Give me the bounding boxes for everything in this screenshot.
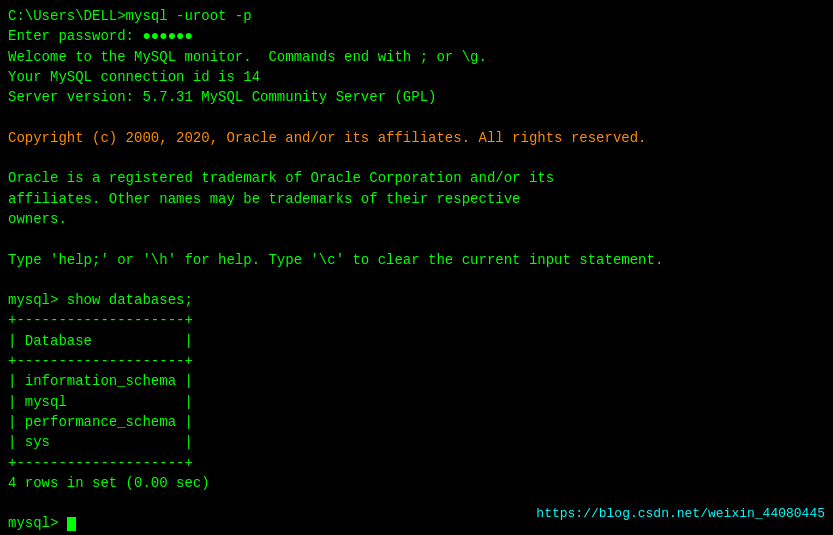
password-stars: ●●●●●● bbox=[142, 28, 192, 44]
version-line: Server version: 5.7.31 MySQL Community S… bbox=[8, 87, 825, 107]
table-top: +--------------------+ bbox=[8, 310, 825, 330]
cmd-line: C:\Users\DELL>mysql -uroot -p bbox=[8, 6, 825, 26]
table-row3: | performance_schema | bbox=[8, 412, 825, 432]
blank3 bbox=[8, 229, 825, 249]
oracle-line1: Oracle is a registered trademark of Orac… bbox=[8, 168, 825, 188]
show-cmd: mysql> show databases; bbox=[8, 290, 825, 310]
table-row2: | mysql | bbox=[8, 392, 825, 412]
watermark: https://blog.csdn.net/weixin_44080445 bbox=[536, 506, 825, 521]
table-row1: | information_schema | bbox=[8, 371, 825, 391]
blank2 bbox=[8, 148, 825, 168]
rows-line: 4 rows in set (0.00 sec) bbox=[8, 473, 825, 493]
oracle-line3: owners. bbox=[8, 209, 825, 229]
connection-line: Your MySQL connection id is 14 bbox=[8, 67, 825, 87]
password-line: Enter password: ●●●●●● bbox=[8, 26, 825, 46]
table-header: | Database | bbox=[8, 331, 825, 351]
blank1 bbox=[8, 107, 825, 127]
help-line: Type 'help;' or '\h' for help. Type '\c'… bbox=[8, 250, 825, 270]
welcome-line1: Welcome to the MySQL monitor. Commands e… bbox=[8, 47, 825, 67]
oracle-line2: affiliates. Other names may be trademark… bbox=[8, 189, 825, 209]
table-bottom: +--------------------+ bbox=[8, 453, 825, 473]
table-div: +--------------------+ bbox=[8, 351, 825, 371]
blank4 bbox=[8, 270, 825, 290]
cursor bbox=[67, 517, 76, 531]
terminal-window: C:\Users\DELL>mysql -uroot -p Enter pass… bbox=[0, 0, 833, 535]
table-row4: | sys | bbox=[8, 432, 825, 452]
copyright-line: Copyright (c) 2000, 2020, Oracle and/or … bbox=[8, 128, 825, 148]
